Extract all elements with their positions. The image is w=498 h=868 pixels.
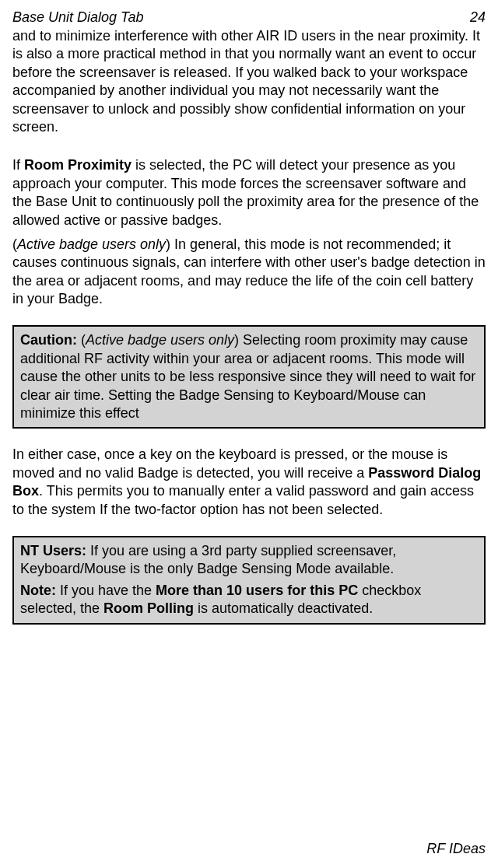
header-title: Base Unit Dialog Tab [12,9,143,26]
italic-active-only: Active badge users only [17,236,166,252]
nt-line1: NT Users: If you are using a 3rd party s… [20,542,478,579]
text-post: . This permits you to manually enter a v… [12,483,474,516]
bold-room-proximity: Room Proximity [24,157,132,173]
nt-users-box: NT Users: If you are using a 3rd party s… [12,536,486,625]
note-label: Note: [20,583,56,598]
paragraph-intro: and to minimize interference with other … [12,27,486,136]
paragraph-active-badge: (Active badge users only) In general, th… [12,236,486,309]
page-header: Base Unit Dialog Tab 24 [12,9,486,26]
caution-box: Caution: (Active badge users only) Selec… [12,325,486,429]
text-pre: If you have the [56,583,156,598]
caution-text: Caution: (Active badge users only) Selec… [20,331,478,422]
paragraph-room-proximity: If Room Proximity is selected, the PC wi… [12,156,486,229]
text: and to minimize interference with other … [12,28,480,135]
paren-open: ( [77,332,86,348]
nt-users-label: NT Users: [20,543,86,558]
text-post: is automatically deactivated. [194,600,373,616]
bold-room-polling: Room Polling [103,600,194,616]
italic-active-only: Active badge users only [86,332,234,348]
footer-brand: RF IDeas [426,841,486,857]
paragraph-password-dialog: In either case, once a key on the keyboa… [12,446,486,519]
text-pre: If [12,157,24,173]
bold-more-than-10: More than 10 users for this PC [156,583,358,598]
nt-line2: Note: If you have the More than 10 users… [20,582,478,618]
caution-label: Caution: [20,332,77,348]
header-page-number: 24 [470,9,486,26]
